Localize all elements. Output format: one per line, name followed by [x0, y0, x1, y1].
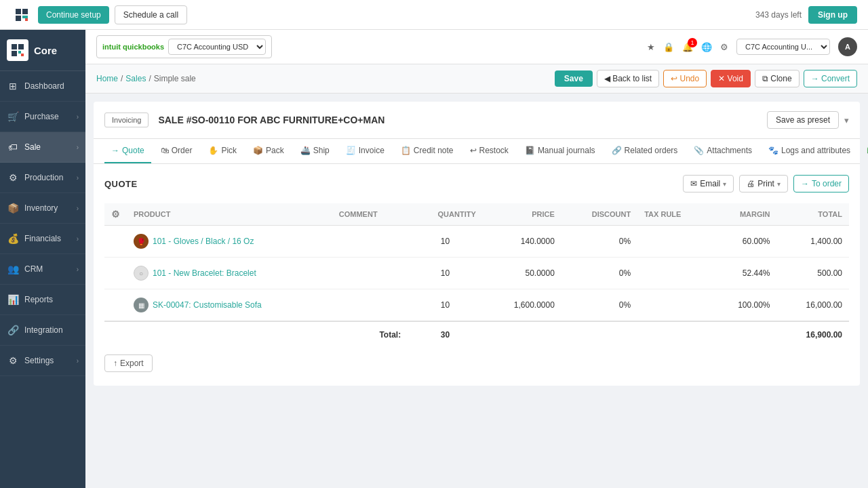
- crm-icon: 👥: [7, 264, 19, 274]
- save-button[interactable]: Save: [555, 70, 593, 87]
- inventory-icon: 📦: [7, 203, 19, 214]
- export-icon: ↑: [113, 359, 117, 368]
- svg-rect-6: [18, 44, 24, 49]
- quickbooks-badge[interactable]: intuit quickbooks C7C Accounting USD: [96, 35, 272, 58]
- tab-quote[interactable]: → Quote: [104, 139, 151, 163]
- total-quantity: 30: [408, 321, 483, 348]
- chevron-down-icon: ▾: [777, 180, 781, 188]
- credit-note-tab-icon: 📋: [401, 146, 411, 155]
- email-button[interactable]: ✉ Email ▾: [683, 175, 734, 192]
- svg-rect-0: [16, 9, 21, 14]
- tab-invoice[interactable]: 🧾 Invoice: [339, 139, 391, 163]
- arrow-right-icon: →: [801, 179, 809, 188]
- sidebar-item-production[interactable]: ⚙ Production ›: [0, 163, 85, 193]
- sidebar-item-label: Settings: [24, 356, 54, 365]
- sidebar-item-sale[interactable]: 🏷 Sale ›: [0, 132, 85, 163]
- signup-button[interactable]: Sign up: [808, 6, 857, 24]
- sidebar-item-financials[interactable]: 💰 Financials ›: [0, 224, 85, 254]
- breadcrumb-sales[interactable]: Sales: [125, 74, 146, 83]
- sidebar-item-reports[interactable]: 📊 Reports: [0, 285, 85, 315]
- avatar: A: [838, 37, 857, 56]
- tab-ship[interactable]: 🚢 Ship: [294, 139, 336, 163]
- action-buttons: Save ◀ Back to list ↩ Undo ✕ Void ⧉ Clon…: [555, 70, 857, 87]
- export-button[interactable]: ↑ Export: [104, 354, 153, 372]
- star-icon[interactable]: ★: [647, 42, 655, 52]
- tab-label: Logs and attributes: [781, 146, 850, 155]
- product-link[interactable]: 101 - New Bracelet: Bracelet: [153, 268, 256, 278]
- col-price: PRICE: [483, 203, 561, 226]
- convert-button[interactable]: → Convert: [804, 70, 857, 87]
- settings-icon[interactable]: ⚙: [111, 209, 120, 220]
- product-cell: ○ 101 - New Bracelet: Bracelet: [134, 266, 326, 281]
- quote-section: QUOTE ✉ Email ▾ 🖨 Print ▾ → To order: [94, 164, 860, 386]
- integration-icon: 🔗: [7, 325, 19, 336]
- total-row: Total: 30 16,900.00: [104, 321, 849, 348]
- product-link[interactable]: 101 - Gloves / Black / 16 Oz: [153, 237, 254, 246]
- chevron-right-icon: ›: [77, 144, 79, 151]
- lock-icon[interactable]: 🔒: [663, 42, 674, 52]
- quantity-cell: 10: [408, 226, 483, 258]
- schedule-call-button[interactable]: Schedule a call: [115, 5, 187, 24]
- invoicing-badge: Invoicing: [104, 113, 149, 127]
- sidebar-item-label: CRM: [24, 264, 43, 274]
- print-button[interactable]: 🖨 Print ▾: [739, 175, 788, 192]
- tab-label: Pick: [221, 146, 237, 155]
- tax-rule-cell: [637, 226, 711, 258]
- tab-attachments[interactable]: 📎 Attachments: [687, 139, 759, 163]
- tab-credit-note[interactable]: 📋 Credit note: [394, 139, 460, 163]
- clone-button[interactable]: ⧉ Clone: [755, 70, 800, 87]
- sidebar-item-label: Inventory: [24, 203, 58, 213]
- void-button[interactable]: ✕ Void: [711, 70, 751, 87]
- svg-rect-8: [18, 51, 21, 54]
- tab-related-orders[interactable]: 🔗 Related orders: [605, 139, 685, 163]
- total-cell: 16,000.00: [777, 289, 850, 322]
- sidebar-logo-icon: [7, 39, 28, 61]
- chevron-right-icon: ›: [77, 205, 79, 212]
- sidebar-item-label: Sale: [24, 142, 41, 152]
- sidebar-item-integration[interactable]: 🔗 Integration: [0, 315, 85, 346]
- sidebar-logo-text: Core: [34, 45, 57, 56]
- email-icon: ✉: [690, 179, 697, 188]
- sidebar-item-dashboard[interactable]: ⊞ Dashboard: [0, 71, 85, 102]
- undo-button[interactable]: ↩ Undo: [663, 70, 707, 87]
- sidebar-item-settings[interactable]: ⚙ Settings ›: [0, 346, 85, 376]
- topbar-right: 343 days left Sign up: [755, 6, 857, 24]
- globe-icon[interactable]: 🌐: [701, 42, 712, 52]
- tab-order[interactable]: 🛍 Order: [154, 139, 199, 163]
- sidebar-item-label: Integration: [24, 325, 63, 335]
- tab-financials[interactable]: 💵 Financials: [860, 139, 868, 163]
- tab-manual-journals[interactable]: 📓 Manual journals: [518, 139, 602, 163]
- tax-rule-cell: [637, 258, 711, 289]
- product-link[interactable]: SK-00047: Customisable Sofa: [153, 300, 262, 310]
- svg-rect-4: [25, 18, 28, 21]
- subheader-icons: ★ 🔒 🔔 1 🌐 ⚙ C7C Accounting U... A: [647, 37, 857, 56]
- sidebar-item-purchase[interactable]: 🛒 Purchase ›: [0, 102, 85, 132]
- breadcrumb-home[interactable]: Home: [96, 74, 118, 83]
- margin-cell: 52.44%: [711, 258, 777, 289]
- tab-logs[interactable]: 🐾 Logs and attributes: [762, 139, 857, 163]
- col-comment: COMMENT: [332, 203, 408, 226]
- tab-pick[interactable]: ✋ Pick: [201, 139, 243, 163]
- continue-setup-button[interactable]: Continue setup: [38, 6, 109, 24]
- save-as-preset-button[interactable]: Save as preset: [767, 111, 839, 129]
- print-icon: 🖨: [747, 179, 755, 188]
- tab-label: Quote: [122, 146, 144, 155]
- chevron-right-icon: ›: [77, 235, 79, 243]
- tab-label: Invoice: [359, 146, 384, 155]
- sidebar-item-label: Purchase: [24, 112, 59, 121]
- to-order-button[interactable]: → To order: [793, 175, 849, 192]
- sidebar-item-inventory[interactable]: 📦 Inventory ›: [0, 193, 85, 224]
- account-dropdown[interactable]: C7C Accounting U...: [736, 39, 830, 55]
- tab-pack[interactable]: 📦 Pack: [246, 139, 291, 163]
- tab-restock[interactable]: ↩ Restock: [463, 139, 515, 163]
- related-orders-tab-icon: 🔗: [612, 146, 622, 155]
- comment-cell: [332, 258, 408, 289]
- sidebar-item-crm[interactable]: 👥 CRM ›: [0, 254, 85, 285]
- back-to-list-button[interactable]: ◀ Back to list: [597, 70, 659, 87]
- chevron-down-icon[interactable]: ▾: [844, 115, 849, 125]
- quote-actions: ✉ Email ▾ 🖨 Print ▾ → To order: [683, 175, 849, 192]
- gear-icon[interactable]: ⚙: [720, 42, 728, 52]
- account-select[interactable]: C7C Accounting USD: [168, 39, 266, 55]
- manual-journals-tab-icon: 📓: [525, 146, 535, 155]
- comment-cell: [332, 289, 408, 322]
